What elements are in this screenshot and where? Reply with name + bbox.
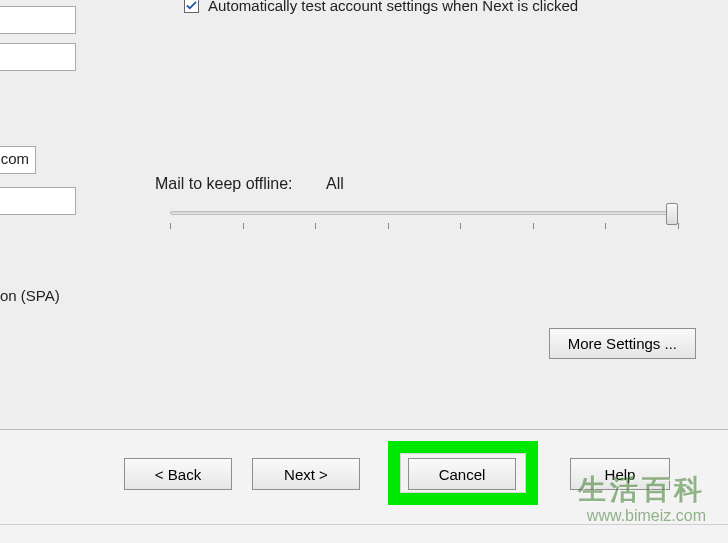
next-button[interactable]: Next >: [252, 458, 360, 490]
auto-test-row: Automatically test account settings when…: [184, 0, 708, 16]
text-input-cropped-1[interactable]: [0, 6, 76, 34]
text-input-cropped-3[interactable]: [0, 187, 76, 215]
offline-mail-slider-thumb[interactable]: [666, 203, 678, 225]
account-settings-panel: .com on (SPA) Automatically test account…: [0, 0, 728, 430]
seam-line: [0, 524, 728, 525]
offline-mail-slider-track[interactable]: [170, 211, 678, 215]
help-button[interactable]: Help: [570, 458, 670, 490]
auto-test-label: Automatically test account settings when…: [208, 0, 708, 16]
more-settings-button[interactable]: More Settings ...: [549, 328, 696, 359]
check-icon: [186, 0, 197, 11]
spa-label-cropped: on (SPA): [0, 287, 60, 304]
back-button[interactable]: < Back: [124, 458, 232, 490]
auto-test-checkbox[interactable]: [184, 0, 199, 13]
server-input-cropped[interactable]: .com: [0, 146, 36, 174]
wizard-button-bar: < Back Next > Cancel Help: [0, 430, 728, 543]
offline-mail-slider-ticks: [170, 223, 678, 231]
cancel-button[interactable]: Cancel: [408, 458, 516, 490]
offline-mail-value: All: [326, 175, 344, 193]
offline-mail-label: Mail to keep offline:: [155, 175, 293, 193]
text-input-cropped-2[interactable]: [0, 43, 76, 71]
